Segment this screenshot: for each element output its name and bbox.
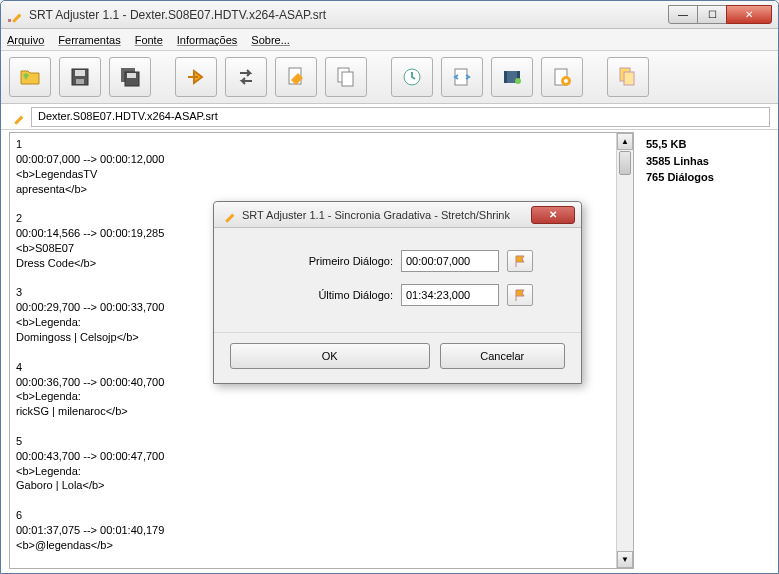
first-dialog-input[interactable] — [401, 250, 499, 272]
save-all-icon — [118, 65, 142, 89]
svg-rect-0 — [12, 13, 21, 22]
svg-rect-23 — [225, 213, 234, 222]
open-icon — [18, 65, 42, 89]
maximize-button[interactable]: ☐ — [697, 5, 727, 24]
window-title: SRT Adjuster 1.1 - Dexter.S08E07.HDTV.x2… — [29, 8, 669, 22]
clock-icon — [400, 65, 424, 89]
menu-ferramentas[interactable]: Ferramentas — [58, 34, 120, 46]
dialog-titlebar: SRT Adjuster 1.1 - Sincronia Gradativa -… — [214, 202, 581, 228]
svg-rect-1 — [8, 19, 11, 22]
toolbar — [1, 51, 778, 104]
dialog-title: SRT Adjuster 1.1 - Sincronia Gradativa -… — [242, 209, 531, 221]
svg-rect-4 — [76, 79, 84, 84]
menubar: Arquivo Ferramentas Fonte Informações So… — [1, 29, 778, 51]
settings-button[interactable] — [541, 57, 583, 97]
main-window: SRT Adjuster 1.1 - Dexter.S08E07.HDTV.x2… — [0, 0, 779, 574]
save-all-button[interactable] — [109, 57, 151, 97]
file-size: 55,5 KB — [646, 136, 770, 153]
svg-rect-21 — [624, 72, 634, 85]
filebar: Dexter.S08E07.HDTV.x264-ASAP.srt — [1, 104, 778, 130]
save-icon — [68, 65, 92, 89]
svg-rect-22 — [14, 115, 23, 124]
stretch-button[interactable] — [441, 57, 483, 97]
gear-icon — [550, 65, 574, 89]
menu-sobre[interactable]: Sobre... — [251, 34, 290, 46]
clock-button[interactable] — [391, 57, 433, 97]
cancel-button[interactable]: Cancelar — [440, 343, 565, 369]
line-count: 3585 Linhas — [646, 153, 770, 170]
menu-arquivo[interactable]: Arquivo — [7, 34, 44, 46]
copy-button[interactable] — [325, 57, 367, 97]
forward-icon — [184, 65, 208, 89]
film-icon — [500, 65, 524, 89]
close-button[interactable]: ✕ — [726, 5, 772, 24]
svg-point-16 — [515, 78, 521, 84]
pencil-icon — [9, 109, 25, 125]
first-flag-button[interactable] — [507, 250, 533, 272]
flag-icon — [513, 254, 527, 268]
pages-icon — [616, 65, 640, 89]
app-icon — [7, 7, 23, 23]
svg-rect-14 — [504, 71, 507, 83]
dialog-close-button[interactable]: ✕ — [531, 206, 575, 224]
film-button[interactable] — [491, 57, 533, 97]
window-controls: — ☐ ✕ — [669, 5, 772, 24]
svg-rect-10 — [342, 72, 353, 86]
menu-informacoes[interactable]: Informações — [177, 34, 238, 46]
stretch-icon — [450, 65, 474, 89]
swap-icon — [234, 65, 258, 89]
open-button[interactable] — [9, 57, 51, 97]
dialog-body: Primeiro Diálogo: Último Diálogo: — [214, 228, 581, 332]
dialog-buttons: OK Cancelar — [214, 332, 581, 383]
flag-icon — [513, 288, 527, 302]
edit-icon — [284, 65, 308, 89]
last-flag-button[interactable] — [507, 284, 533, 306]
scroll-up-button[interactable]: ▲ — [617, 133, 633, 150]
first-dialog-row: Primeiro Diálogo: — [232, 250, 563, 272]
info-panel: 55,5 KB 3585 Linhas 765 Diálogos — [638, 130, 778, 573]
minimize-button[interactable]: — — [668, 5, 698, 24]
sync-dialog: SRT Adjuster 1.1 - Sincronia Gradativa -… — [213, 201, 582, 384]
copy-icon — [334, 65, 358, 89]
pages-button[interactable] — [607, 57, 649, 97]
swap-button[interactable] — [225, 57, 267, 97]
save-button[interactable] — [59, 57, 101, 97]
ok-button[interactable]: OK — [230, 343, 430, 369]
last-dialog-input[interactable] — [401, 284, 499, 306]
pencil-icon — [220, 207, 236, 223]
svg-rect-7 — [127, 73, 136, 78]
menu-fonte[interactable]: Fonte — [135, 34, 163, 46]
svg-rect-3 — [75, 70, 85, 76]
filename-field[interactable]: Dexter.S08E07.HDTV.x264-ASAP.srt — [31, 107, 770, 127]
scroll-down-button[interactable]: ▼ — [617, 551, 633, 568]
scroll-thumb[interactable] — [619, 151, 631, 175]
edit-button[interactable] — [275, 57, 317, 97]
first-dialog-label: Primeiro Diálogo: — [309, 255, 393, 267]
last-dialog-row: Último Diálogo: — [232, 284, 563, 306]
svg-point-19 — [564, 79, 568, 83]
forward-button[interactable] — [175, 57, 217, 97]
vertical-scrollbar[interactable]: ▲ ▼ — [616, 133, 633, 568]
titlebar: SRT Adjuster 1.1 - Dexter.S08E07.HDTV.x2… — [1, 1, 778, 29]
dialog-count: 765 Diálogos — [646, 169, 770, 186]
last-dialog-label: Último Diálogo: — [318, 289, 393, 301]
